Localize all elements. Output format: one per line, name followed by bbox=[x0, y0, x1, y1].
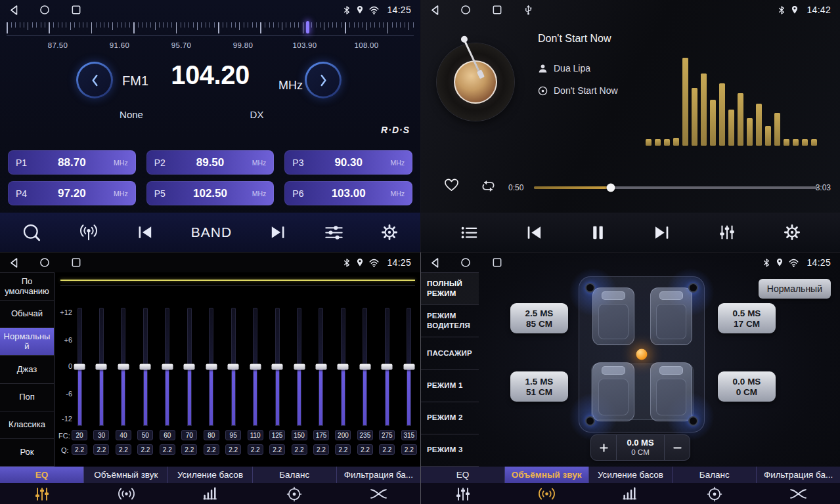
favorite-heart-icon[interactable] bbox=[443, 177, 460, 192]
eq-slider-thumb[interactable] bbox=[140, 364, 151, 370]
eq-band-slider[interactable] bbox=[401, 308, 418, 426]
radio-preset-button[interactable]: P3 90.30 MHz bbox=[284, 150, 412, 175]
rear-right-delay-button[interactable]: 0.0 MS 0 CM bbox=[718, 371, 776, 402]
eq-band-slider[interactable] bbox=[137, 308, 154, 426]
tab-crossover[interactable]: Фильтрация ба... bbox=[757, 467, 840, 483]
sound-preset-badge[interactable]: Нормальный bbox=[759, 279, 831, 299]
tab-surround-icon-cell[interactable] bbox=[505, 483, 589, 504]
eq-preset-jazz[interactable]: Джаз bbox=[0, 356, 54, 383]
repeat-icon[interactable] bbox=[480, 179, 497, 193]
gear-icon[interactable] bbox=[381, 224, 398, 241]
tab-balance[interactable]: Баланс bbox=[673, 467, 757, 483]
progress-thumb[interactable] bbox=[606, 184, 615, 192]
tab-bass-icon-cell[interactable] bbox=[588, 483, 673, 504]
eq-slider-thumb[interactable] bbox=[315, 364, 326, 370]
eq-slider-thumb[interactable] bbox=[228, 364, 239, 370]
tuner-settings-icon[interactable] bbox=[324, 224, 343, 241]
tab-balance[interactable]: Баланс bbox=[253, 467, 337, 483]
tab-crossover-icon-cell[interactable] bbox=[336, 483, 420, 504]
eq-slider-thumb[interactable] bbox=[338, 364, 349, 370]
eq-slider-thumb[interactable] bbox=[206, 364, 217, 370]
eq-slider-thumb[interactable] bbox=[250, 364, 261, 370]
mode-passenger[interactable]: ПАССАЖИР bbox=[421, 337, 479, 369]
eq-preset-classic[interactable]: Классика bbox=[0, 411, 54, 439]
mode-full[interactable]: ПОЛНЫЙ РЕЖИМ bbox=[421, 273, 479, 305]
eq-band-slider[interactable] bbox=[313, 308, 330, 426]
delay-decrease-button[interactable] bbox=[665, 435, 690, 460]
eq-preset-default[interactable]: По умолчанию bbox=[0, 273, 54, 301]
tab-bass-boost[interactable]: Усиление басов bbox=[589, 467, 673, 483]
nav-recents-icon[interactable] bbox=[492, 257, 502, 268]
progress-bar[interactable] bbox=[534, 186, 818, 189]
eq-slider-thumb[interactable] bbox=[294, 364, 305, 370]
playlist-queue-icon[interactable] bbox=[460, 225, 478, 240]
eq-slider-thumb[interactable] bbox=[403, 364, 414, 370]
radio-preset-button[interactable]: P4 97.20 MHz bbox=[8, 181, 136, 205]
eq-slider-thumb[interactable] bbox=[96, 364, 107, 370]
mode-3[interactable]: РЕЖИМ 3 bbox=[421, 434, 479, 467]
nav-home-icon[interactable] bbox=[39, 5, 50, 15]
radio-preset-button[interactable]: P2 89.50 MHz bbox=[146, 150, 275, 175]
radio-preset-button[interactable]: P1 88.70 MHz bbox=[8, 150, 136, 175]
tab-bass-boost[interactable]: Усиление басов bbox=[168, 467, 252, 483]
listening-position-orb[interactable] bbox=[636, 349, 648, 360]
eq-band-slider[interactable] bbox=[269, 308, 286, 426]
mode-driver[interactable]: РЕЖИМ ВОДИТЕЛЯ bbox=[421, 305, 479, 337]
nav-home-icon[interactable] bbox=[460, 5, 471, 15]
nav-back-icon[interactable] bbox=[9, 257, 18, 268]
radio-preset-button[interactable]: P5 102.50 MHz bbox=[146, 181, 275, 205]
nav-recents-icon[interactable] bbox=[71, 5, 81, 15]
tab-eq[interactable]: EQ bbox=[421, 467, 505, 483]
nav-home-icon[interactable] bbox=[39, 257, 50, 268]
scan-broadcast-icon[interactable] bbox=[79, 223, 99, 242]
tab-surround[interactable]: Объёмный звук bbox=[84, 467, 168, 483]
seek-up-button[interactable] bbox=[305, 62, 342, 98]
eq-slider-thumb[interactable] bbox=[184, 364, 195, 370]
tab-surround[interactable]: Объёмный звук bbox=[505, 467, 589, 483]
gear-icon[interactable] bbox=[784, 224, 801, 241]
tab-eq[interactable]: EQ bbox=[0, 467, 84, 483]
band-button[interactable]: BAND bbox=[191, 224, 232, 240]
front-left-delay-button[interactable]: 2.5 MS 85 CM bbox=[510, 303, 568, 333]
eq-slider-thumb[interactable] bbox=[162, 364, 173, 370]
front-right-delay-button[interactable]: 0.5 MS 17 CM bbox=[718, 303, 776, 333]
eq-slider-thumb[interactable] bbox=[74, 364, 85, 370]
delay-increase-button[interactable] bbox=[591, 435, 616, 460]
tab-surround-icon-cell[interactable] bbox=[84, 483, 168, 504]
eq-slider-thumb[interactable] bbox=[382, 364, 393, 370]
tab-balance-icon-cell[interactable] bbox=[673, 483, 757, 504]
mixer-eq-icon[interactable] bbox=[718, 224, 736, 241]
eq-slider-thumb[interactable] bbox=[359, 364, 370, 370]
tab-crossover-icon-cell[interactable] bbox=[756, 483, 840, 504]
eq-band-slider[interactable] bbox=[181, 308, 198, 426]
nav-home-icon[interactable] bbox=[460, 257, 471, 268]
nav-back-icon[interactable] bbox=[9, 5, 18, 16]
radio-preset-button[interactable]: P6 103.00 MHz bbox=[284, 181, 412, 205]
frequency-scale[interactable]: 87.50 91.60 95.70 99.80 103.90 108.00 bbox=[0, 20, 420, 57]
next-station-icon[interactable] bbox=[269, 224, 286, 240]
nav-back-icon[interactable] bbox=[430, 5, 439, 16]
eq-band-slider[interactable] bbox=[225, 308, 242, 426]
rear-left-delay-button[interactable]: 1.5 MS 51 CM bbox=[510, 371, 568, 402]
nav-recents-icon[interactable] bbox=[71, 257, 81, 268]
eq-band-slider[interactable] bbox=[71, 308, 88, 426]
tuning-marker[interactable] bbox=[306, 21, 309, 33]
next-track-icon[interactable] bbox=[653, 224, 671, 241]
eq-preset-rock[interactable]: Рок bbox=[0, 439, 54, 467]
eq-band-slider[interactable] bbox=[357, 308, 374, 426]
tab-eq-icon-cell[interactable] bbox=[0, 483, 84, 504]
mode-2[interactable]: РЕЖИМ 2 bbox=[421, 402, 479, 434]
seek-down-button[interactable] bbox=[76, 62, 113, 98]
search-icon[interactable] bbox=[22, 223, 41, 242]
tab-eq-icon-cell[interactable] bbox=[421, 483, 505, 504]
previous-track-icon[interactable] bbox=[525, 224, 543, 241]
eq-slider-thumb[interactable] bbox=[118, 364, 129, 370]
eq-band-slider[interactable] bbox=[334, 308, 351, 426]
eq-band-slider[interactable] bbox=[159, 308, 176, 426]
pause-icon[interactable] bbox=[590, 224, 606, 241]
eq-preset-custom[interactable]: Обычай bbox=[0, 301, 54, 328]
eq-slider-thumb[interactable] bbox=[272, 364, 283, 370]
eq-band-slider[interactable] bbox=[247, 308, 264, 426]
eq-band-slider[interactable] bbox=[93, 308, 110, 426]
eq-band-slider[interactable] bbox=[115, 308, 132, 426]
